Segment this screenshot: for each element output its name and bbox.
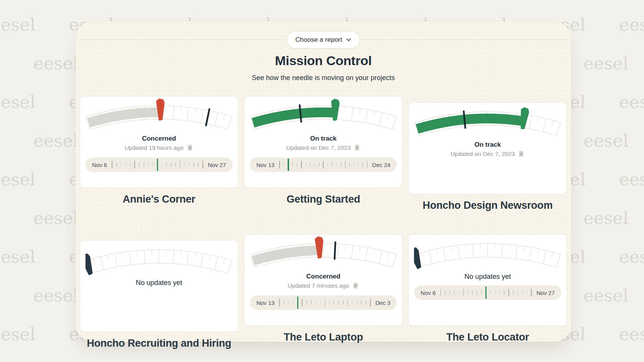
timeline-day-tick bbox=[358, 163, 359, 167]
timeline-ticks bbox=[441, 285, 532, 300]
timeline-day-tick bbox=[325, 299, 325, 306]
timeline-day-tick bbox=[352, 301, 353, 305]
timeline-day-tick bbox=[198, 163, 199, 167]
document-icon[interactable] bbox=[518, 150, 525, 157]
watermark-text: eesel bbox=[0, 92, 35, 112]
watermark-text: eesel bbox=[583, 53, 628, 74]
timeline-day-tick bbox=[194, 163, 194, 167]
timeline-day-tick bbox=[508, 289, 509, 296]
project-card[interactable]: On track Updated on Dec 7, 2023 Nov 13 D… bbox=[245, 97, 402, 188]
document-icon[interactable] bbox=[353, 144, 361, 151]
project-card[interactable]: On track Updated on Dec 7, 2023 bbox=[409, 103, 567, 194]
project-cell: Concerned Updated 7 minutes ago Nov 13 D… bbox=[245, 230, 402, 349]
timeline-end-date: Nov 27 bbox=[536, 290, 555, 296]
project-card[interactable]: No updates yet bbox=[80, 241, 238, 332]
watermark-text: eesel bbox=[0, 324, 35, 344]
timeline-day-tick bbox=[135, 161, 135, 169]
project-cell: On track Updated on Dec 7, 2023 Honcho D… bbox=[409, 92, 567, 211]
timeline-day-tick bbox=[314, 163, 315, 167]
timeline-day-tick bbox=[121, 163, 122, 167]
projects-grid: Concerned Updated 19 hours ago Nov 6 Nov… bbox=[80, 92, 567, 349]
timeline-day-tick bbox=[468, 291, 468, 295]
timeline-day-tick bbox=[202, 161, 203, 169]
document-icon[interactable] bbox=[186, 144, 194, 151]
mission-control-panel: Choose a report Mission Control See how … bbox=[76, 21, 571, 342]
timeline: Nov 6 Nov 27 bbox=[85, 157, 233, 172]
project-cell: No updates yet Honcho Recruiting and Hir… bbox=[80, 230, 238, 349]
page-subtitle: See how the needle is moving on your pro… bbox=[76, 74, 571, 82]
updated-text: Updated 7 minutes ago bbox=[288, 282, 349, 289]
timeline-start-date: Nov 13 bbox=[256, 162, 275, 168]
timeline-day-tick bbox=[513, 291, 514, 295]
project-card[interactable]: Concerned Updated 7 minutes ago Nov 13 D… bbox=[245, 234, 402, 326]
card-title: Honcho Recruiting and Hiring bbox=[80, 337, 238, 349]
timeline-end-date: Nov 27 bbox=[208, 162, 226, 168]
timeline-current-day-tick bbox=[288, 159, 289, 171]
timeline-start-date: Nov 13 bbox=[256, 300, 275, 306]
timeline-day-tick bbox=[499, 291, 500, 295]
timeline-day-tick bbox=[504, 291, 505, 295]
timeline-day-tick bbox=[279, 161, 280, 169]
timeline-day-tick bbox=[356, 301, 357, 305]
watermark-text: eesel bbox=[33, 131, 78, 151]
timeline-day-tick bbox=[288, 301, 289, 305]
timeline-day-tick bbox=[162, 163, 163, 167]
timeline-ticks bbox=[112, 157, 203, 172]
updated-text: Updated on Dec 7, 2023 bbox=[450, 151, 515, 157]
report-picker-label: Choose a report bbox=[296, 36, 342, 44]
timeline-day-tick bbox=[143, 163, 144, 167]
timeline-day-tick bbox=[336, 163, 337, 167]
chevron-down-icon bbox=[346, 38, 351, 41]
timeline-day-tick bbox=[292, 163, 293, 167]
document-icon[interactable] bbox=[352, 282, 359, 289]
timeline-day-tick bbox=[323, 161, 324, 169]
status-label: Concerned bbox=[250, 273, 397, 280]
timeline-current-day-tick bbox=[297, 296, 299, 309]
timeline-day-tick bbox=[327, 163, 328, 167]
timeline: Nov 13 Dec 24 bbox=[250, 157, 397, 172]
timeline-day-tick bbox=[153, 163, 153, 167]
watermark-text: eesel bbox=[0, 169, 35, 190]
timeline-ticks bbox=[279, 157, 367, 172]
timeline-day-tick bbox=[347, 299, 348, 306]
watermark-text: eesel bbox=[583, 208, 628, 228]
card-title: Honcho Design Newsroom bbox=[409, 200, 567, 211]
watermark-text: eesel bbox=[33, 53, 78, 74]
timeline-day-tick bbox=[363, 163, 363, 167]
timeline-current-day-tick bbox=[485, 287, 487, 299]
status-label: Concerned bbox=[85, 135, 233, 143]
watermark-text: eesel bbox=[619, 169, 644, 190]
timeline-day-tick bbox=[284, 163, 284, 167]
updated-text: Updated 19 hours ago bbox=[125, 144, 183, 151]
timeline-day-tick bbox=[284, 301, 284, 305]
timeline-day-tick bbox=[338, 301, 339, 305]
updated-label: Updated on Dec 7, 2023 bbox=[250, 144, 397, 151]
gauge bbox=[250, 234, 397, 277]
timeline-day-tick bbox=[370, 299, 371, 306]
timeline-ticks bbox=[279, 295, 370, 310]
timeline-start-date: Nov 6 bbox=[92, 162, 107, 168]
updated-label: Updated 19 hours ago bbox=[85, 144, 233, 151]
timeline-day-tick bbox=[307, 301, 307, 305]
timeline-day-tick bbox=[522, 291, 523, 295]
report-picker-button[interactable]: Choose a report bbox=[287, 31, 360, 49]
watermark-text: eesel bbox=[619, 15, 644, 35]
timeline-day-tick bbox=[301, 161, 302, 169]
project-card[interactable]: No updates yet Nov 6 Nov 27 bbox=[409, 234, 567, 326]
timeline-day-tick bbox=[184, 163, 185, 167]
timeline-day-tick bbox=[315, 301, 316, 305]
timeline-day-tick bbox=[349, 163, 350, 167]
watermark-text: eesel bbox=[33, 208, 78, 228]
status-label: On track bbox=[414, 141, 561, 149]
timeline-day-tick bbox=[518, 291, 518, 295]
card-title: Getting Started bbox=[245, 193, 402, 205]
timeline-day-tick bbox=[320, 301, 321, 305]
timeline-day-tick bbox=[495, 291, 496, 295]
timeline-day-tick bbox=[297, 163, 297, 167]
card-title: The Leto Locator bbox=[409, 331, 567, 343]
timeline-day-tick bbox=[293, 301, 294, 305]
project-card[interactable]: Concerned Updated 19 hours ago Nov 6 Nov… bbox=[80, 97, 238, 188]
no-updates-label: No updates yet bbox=[414, 273, 561, 281]
watermark-text: eesel bbox=[619, 324, 644, 344]
timeline-day-tick bbox=[343, 301, 343, 305]
